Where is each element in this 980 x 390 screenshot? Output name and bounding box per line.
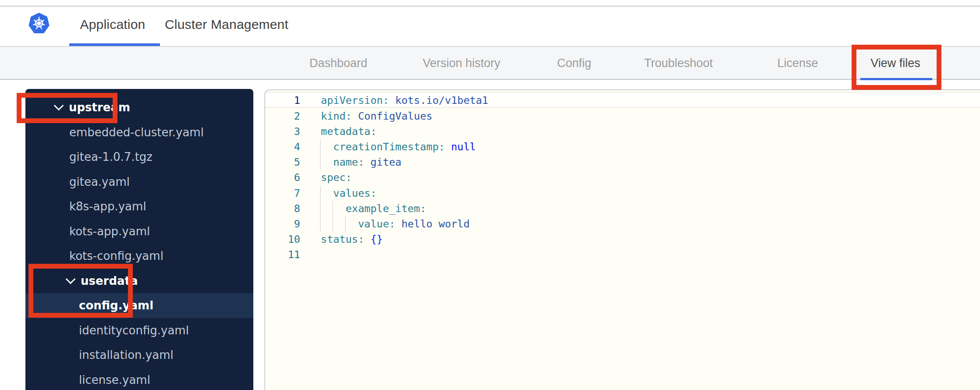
kots-admin-console: Application Cluster Management Dashboard… xyxy=(0,0,980,390)
tab-troubleshoot[interactable]: Troubleshoot xyxy=(644,56,713,70)
line-content: metadata: xyxy=(321,124,376,139)
line-content: creationTimestamp: null xyxy=(321,139,476,155)
tab-view-files[interactable]: View files xyxy=(870,56,920,70)
tree-file-installation[interactable]: installation.yaml xyxy=(25,343,253,368)
tree-file-license[interactable]: license.yaml xyxy=(25,368,253,390)
tab-application[interactable]: Application xyxy=(80,17,146,32)
code-line-9: 9 value: hello world xyxy=(265,216,980,232)
code-lines: 1apiVersion: kots.io/v1beta12kind: Confi… xyxy=(265,93,980,262)
code-line-7: 7 values: xyxy=(265,186,980,201)
tree-file-label: k8s-app.yaml xyxy=(69,200,146,213)
line-number: 9 xyxy=(265,216,300,232)
chevron-down-icon xyxy=(54,101,64,111)
line-number: 7 xyxy=(265,186,300,201)
tree-file-embedded-cluster[interactable]: embedded-cluster.yaml xyxy=(25,120,253,145)
code-line-3: 3metadata: xyxy=(265,124,980,139)
tree-file-label: installation.yaml xyxy=(79,348,174,362)
tree-folder-upstream[interactable]: upstream xyxy=(25,95,253,120)
file-tree-sidebar: upstream embedded-cluster.yaml gitea-1.0… xyxy=(25,89,253,390)
tab-config[interactable]: Config xyxy=(557,56,591,70)
code-line-5: 5 name: gitea xyxy=(265,155,980,170)
line-number: 1 xyxy=(265,93,300,108)
tree-file-label: gitea.yaml xyxy=(69,175,130,188)
code-line-8: 8 example_item: xyxy=(265,201,980,216)
tree-file-config-yaml-selected[interactable]: config.yaml xyxy=(25,293,253,318)
line-number: 4 xyxy=(265,139,300,155)
yaml-file-editor[interactable]: 1apiVersion: kots.io/v1beta12kind: Confi… xyxy=(264,89,980,390)
code-line-4: 4 creationTimestamp: null xyxy=(265,139,980,155)
app-subnav: Dashboard Version history Config Trouble… xyxy=(0,46,980,80)
tree-file-label: embedded-cluster.yaml xyxy=(69,126,204,139)
line-number: 2 xyxy=(265,109,300,124)
line-number: 8 xyxy=(265,201,300,216)
line-content: spec: xyxy=(321,170,352,185)
tree-folder-label: userdata xyxy=(81,274,138,287)
tree-file-label: license.yaml xyxy=(79,373,150,386)
line-content: example_item: xyxy=(321,201,426,216)
tree-folder-userdata[interactable]: userdata xyxy=(25,269,253,294)
tree-file-gitea-yaml[interactable]: gitea.yaml xyxy=(25,170,253,195)
tree-file-kots-app[interactable]: kots-app.yaml xyxy=(25,219,253,244)
line-number: 5 xyxy=(265,155,300,170)
line-number: 3 xyxy=(265,124,300,139)
tree-folder-label: upstream xyxy=(69,101,130,114)
line-content: values: xyxy=(321,186,376,201)
tree-file-identityconfig[interactable]: identityconfig.yaml xyxy=(25,318,253,343)
tree-file-kots-config[interactable]: kots-config.yaml xyxy=(25,244,253,269)
code-line-2: 2kind: ConfigValues xyxy=(265,109,980,124)
tab-cluster-management[interactable]: Cluster Management xyxy=(165,17,288,32)
tab-license[interactable]: License xyxy=(777,56,818,70)
line-number: 10 xyxy=(265,232,300,247)
tree-file-k8s-app[interactable]: k8s-app.yaml xyxy=(25,194,253,219)
tab-version-history[interactable]: Version history xyxy=(423,56,500,70)
tab-dashboard[interactable]: Dashboard xyxy=(309,56,367,70)
tree-file-label: kots-app.yaml xyxy=(69,225,150,238)
header: Application Cluster Management xyxy=(0,7,980,46)
line-content: status: {} xyxy=(321,232,383,247)
kubernetes-logo-icon[interactable] xyxy=(28,12,50,34)
view-files-active-underline xyxy=(860,78,932,80)
line-content: name: gitea xyxy=(321,155,401,170)
tree-file-label: gitea-1.0.7.tgz xyxy=(69,150,153,163)
chevron-down-icon xyxy=(66,274,76,284)
line-number: 11 xyxy=(265,247,300,262)
tree-file-gitea-tgz[interactable]: gitea-1.0.7.tgz xyxy=(25,145,253,170)
tree-file-label: config.yaml xyxy=(79,299,153,312)
code-line-6: 6spec: xyxy=(265,170,980,185)
tree-file-label: kots-config.yaml xyxy=(69,249,163,262)
code-line-10: 10status: {} xyxy=(265,232,980,247)
code-line-11: 11 xyxy=(265,247,980,262)
line-content: value: hello world xyxy=(321,216,470,232)
code-line-1: 1apiVersion: kots.io/v1beta1 xyxy=(265,93,980,108)
tree-file-label: identityconfig.yaml xyxy=(79,324,189,337)
line-content: kind: ConfigValues xyxy=(321,109,433,124)
line-content: apiVersion: kots.io/v1beta1 xyxy=(321,93,488,108)
line-number: 6 xyxy=(265,170,300,185)
